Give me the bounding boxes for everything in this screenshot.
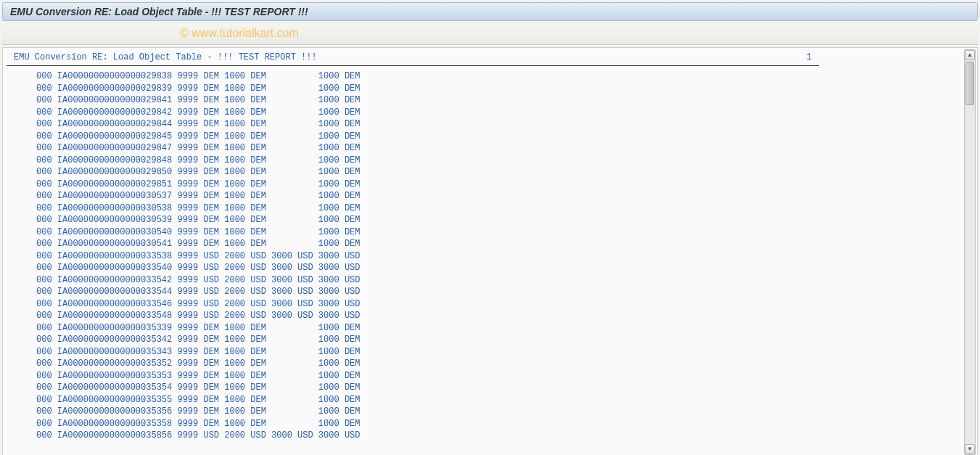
report-row: 000 IA00000000000000029839 9999 DEM 1000… [10, 83, 970, 95]
report-row: 000 IA00000000000000029850 9999 DEM 1000… [10, 166, 970, 179]
report-row: 000 IA00000000000000029841 9999 DEM 1000… [10, 94, 970, 107]
report-row: 000 IA00000000000000035355 9999 DEM 1000… [10, 394, 970, 406]
report-row: 000 IA00000000000000035343 9999 DEM 1000… [10, 346, 970, 358]
vertical-scrollbar[interactable]: ▲ ▼ [964, 49, 976, 455]
report-page-number: 1 [807, 52, 812, 62]
report-row: 000 IA00000000000000035339 9999 DEM 1000… [10, 322, 970, 335]
report-row: 000 IA00000000000000033542 9999 USD 2000… [10, 274, 970, 287]
report-row: 000 IA00000000000000029848 9999 DEM 1000… [10, 155, 970, 167]
window-title-bar: EMU Conversion RE: Load Object Table - !… [2, 2, 978, 21]
report-row: 000 IA00000000000000035356 9999 DEM 1000… [10, 406, 970, 418]
report-row: 000 IA00000000000000035353 9999 DEM 1000… [10, 370, 970, 382]
report-row: 000 IA00000000000000033546 9999 USD 2000… [10, 298, 970, 311]
report-row: 000 IA00000000000000035342 9999 DEM 1000… [10, 334, 970, 346]
report-row: 000 IA00000000000000030540 9999 DEM 1000… [10, 226, 970, 239]
report-row: 000 IA00000000000000029838 9999 DEM 1000… [10, 70, 970, 83]
report-row: 000 IA00000000000000035354 9999 DEM 1000… [10, 382, 970, 394]
report-row: 000 IA00000000000000029842 9999 DEM 1000… [10, 107, 970, 119]
report-row: 000 IA00000000000000030541 9999 DEM 1000… [10, 238, 970, 250]
application-toolbar: © www.tutorialkart.com [2, 23, 978, 45]
report-row: 000 IA00000000000000029845 9999 DEM 1000… [10, 131, 970, 143]
report-header-line: EMU Conversion RE: Load Object Table - !… [7, 48, 819, 66]
scroll-down-button[interactable]: ▼ [965, 444, 975, 454]
report-row: 000 IA00000000000000033548 9999 USD 2000… [10, 310, 970, 322]
report-row: 000 IA00000000000000030537 9999 DEM 1000… [10, 190, 970, 202]
report-content-area: EMU Conversion RE: Load Object Table - !… [2, 47, 978, 455]
report-row: 000 IA00000000000000030539 9999 DEM 1000… [10, 214, 970, 226]
report-row: 000 IA00000000000000029847 9999 DEM 1000… [10, 142, 970, 155]
report-row: 000 IA00000000000000029844 9999 DEM 1000… [10, 118, 970, 131]
report-row: 000 IA00000000000000033538 9999 USD 2000… [10, 250, 970, 263]
report-row: 000 IA00000000000000035856 9999 USD 2000… [10, 430, 970, 442]
report-row: 000 IA00000000000000029851 9999 DEM 1000… [10, 179, 970, 191]
watermark-text: © www.tutorialkart.com [180, 27, 299, 40]
report-row: 000 IA00000000000000035352 9999 DEM 1000… [10, 358, 970, 370]
window-title: EMU Conversion RE: Load Object Table - !… [10, 6, 308, 17]
report-row: 000 IA00000000000000033544 9999 USD 2000… [10, 286, 970, 298]
scroll-up-button[interactable]: ▲ [965, 50, 975, 60]
report-body: 000 IA00000000000000029838 9999 DEM 1000… [3, 70, 977, 442]
scroll-thumb[interactable] [965, 62, 974, 105]
report-heading: EMU Conversion RE: Load Object Table - !… [14, 52, 317, 62]
report-row: 000 IA00000000000000033540 9999 USD 2000… [10, 262, 970, 274]
report-row: 000 IA00000000000000030538 9999 DEM 1000… [10, 202, 970, 215]
report-row: 000 IA00000000000000035358 9999 DEM 1000… [10, 418, 970, 430]
